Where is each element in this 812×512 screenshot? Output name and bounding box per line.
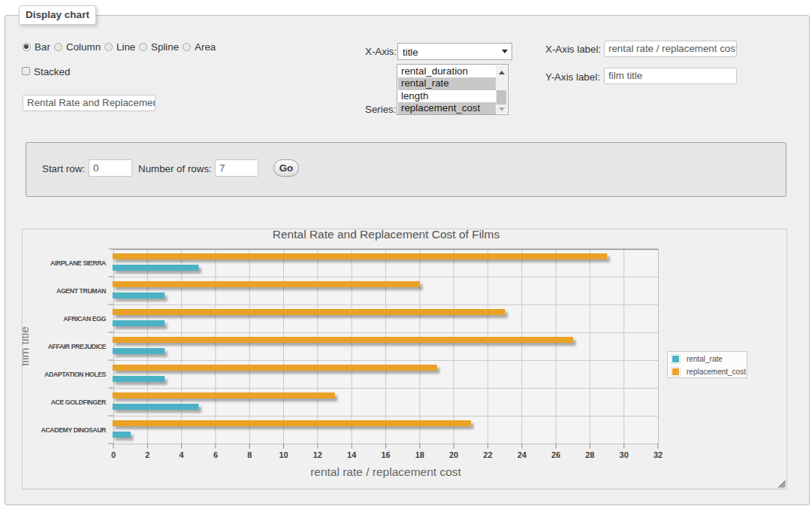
svg-text:ACADEMY DINOSAUR: ACADEMY DINOSAUR — [41, 426, 107, 434]
svg-text:24: 24 — [518, 450, 527, 459]
svg-text:AGENT TRUMAN: AGENT TRUMAN — [56, 287, 106, 295]
svg-text:ACE GOLDFINGER: ACE GOLDFINGER — [51, 398, 107, 406]
svg-text:0: 0 — [111, 450, 116, 459]
svg-text:30: 30 — [620, 450, 629, 459]
svg-text:20: 20 — [449, 450, 458, 459]
svg-text:2: 2 — [145, 450, 149, 459]
svg-text:6: 6 — [213, 450, 218, 459]
svg-text:32: 32 — [654, 450, 663, 459]
svg-text:28: 28 — [585, 450, 594, 459]
svg-text:AIRPLANE SIERRA: AIRPLANE SIERRA — [50, 259, 107, 267]
svg-text:Rental Rate and Replacement Co: Rental Rate and Replacement Cost of Film… — [273, 229, 500, 241]
svg-text:ADAPTATION HOLES: ADAPTATION HOLES — [44, 371, 106, 378]
svg-text:AFRICAN EGG: AFRICAN EGG — [63, 315, 106, 323]
svg-text:26: 26 — [551, 450, 560, 459]
svg-text:film title: film title — [23, 326, 31, 366]
svg-text:rental rate / replacement cost: rental rate / replacement cost — [310, 465, 461, 478]
svg-text:12: 12 — [313, 450, 322, 459]
svg-text:4: 4 — [180, 450, 185, 459]
svg-text:16: 16 — [381, 450, 390, 459]
svg-text:18: 18 — [415, 450, 424, 459]
svg-text:8: 8 — [247, 450, 252, 459]
svg-text:10: 10 — [279, 450, 288, 459]
svg-text:22: 22 — [483, 450, 492, 459]
svg-text:AFFAIR PREJUDICE: AFFAIR PREJUDICE — [48, 343, 107, 350]
svg-text:14: 14 — [347, 450, 357, 459]
